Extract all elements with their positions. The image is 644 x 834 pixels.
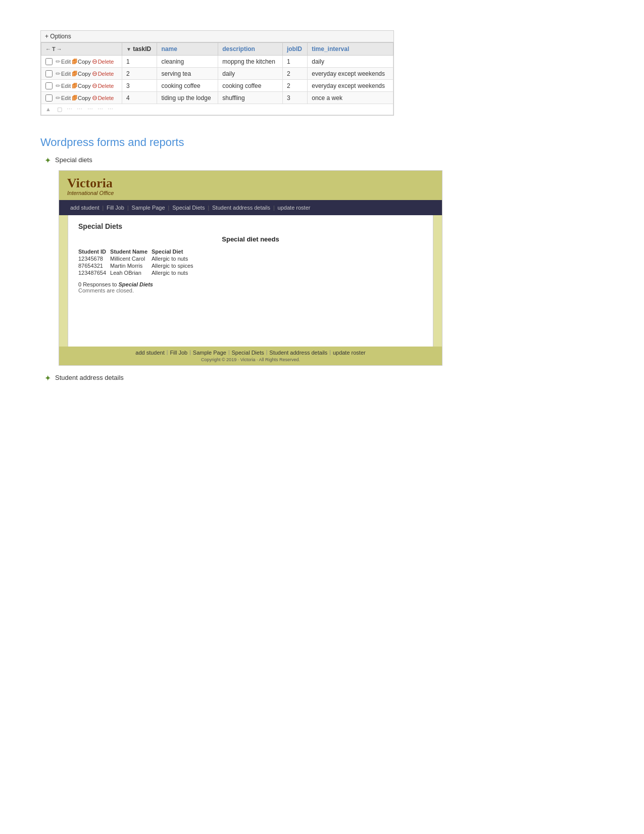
cell-name: tiding up the lodge — [157, 92, 218, 104]
tasks-table: ← T → ▼ taskID name description jobID — [41, 42, 393, 115]
pencil-icon: ✏ — [56, 58, 61, 65]
wp-diets-cell-1: Leah OBrian — [110, 269, 152, 276]
wp-comments-closed: Comments are closed. — [78, 287, 423, 293]
col-description[interactable]: description — [218, 43, 283, 56]
delete-label: Delete — [98, 83, 114, 89]
wp-body: Special Diets Special diet needs Student… — [59, 215, 442, 347]
cell-name: serving tea — [157, 68, 218, 80]
edit-button[interactable]: ✏ Edit — [56, 58, 71, 65]
wp-diets-cell-0: 12345678 — [78, 255, 110, 262]
wp-footer-fill-job[interactable]: Fill Job — [170, 350, 187, 356]
wp-diets-col-diet: Special Diet — [152, 248, 197, 255]
wp-nav-student-address[interactable]: Student address details — [209, 203, 273, 212]
col-taskid[interactable]: ▼ taskID — [122, 43, 157, 56]
edit-button[interactable]: ✏ Edit — [56, 94, 71, 102]
row-checkbox[interactable] — [45, 58, 53, 65]
copy-button[interactable]: 🗐 Copy — [72, 95, 91, 101]
wp-responses-page: Special Diets — [119, 281, 153, 287]
row-actions-cell: ✏ Edit 🗐 Copy ⊖ Delete — [41, 92, 122, 104]
col-name[interactable]: name — [157, 43, 218, 56]
wp-nav-add-student[interactable]: add student — [67, 203, 103, 212]
wp-footer-update-roster[interactable]: update roster — [333, 350, 366, 356]
cell-name: cleaning — [157, 56, 218, 68]
col-jobid[interactable]: jobID — [282, 43, 307, 56]
delete-button[interactable]: ⊖ Delete — [92, 70, 114, 77]
row-actions-cell: ✏ Edit 🗐 Copy ⊖ Delete — [41, 68, 122, 80]
row-checkbox[interactable] — [45, 82, 53, 89]
edit-label: Edit — [61, 83, 71, 89]
wp-diets-col-name: Student Name — [110, 248, 152, 255]
copy-button[interactable]: 🗐 Copy — [72, 83, 91, 89]
options-label[interactable]: + Options — [45, 33, 71, 40]
cell-jobID: 3 — [282, 92, 307, 104]
list-item-special-diets: ✦ Special diets — [44, 155, 604, 165]
wp-copyright: Copyright © 2019 · Victoria · All Rights… — [67, 357, 434, 362]
wp-diets-cell-2: Allergic to nuts — [152, 255, 197, 262]
col-time-interval-label: time_interval — [312, 45, 349, 53]
partial-indicator: ▲ ▢ ⋯ ⋯ ⋯ ⋯ ⋯ — [45, 106, 113, 112]
list-section: ✦ Special diets Victoria International O… — [44, 155, 604, 383]
wp-responses-count: 0 Responses to — [78, 281, 117, 287]
edit-label: Edit — [61, 71, 71, 77]
wp-footer-add-student[interactable]: add student — [135, 350, 165, 356]
cell-taskID: 3 — [122, 80, 157, 92]
edit-label: Edit — [61, 95, 71, 101]
copy-button[interactable]: 🗐 Copy — [72, 59, 91, 65]
wp-nav-special-diets[interactable]: Special Diets — [169, 203, 208, 212]
wp-diets-cell-1: Martin Morris — [110, 262, 152, 269]
wp-nav-fill-job[interactable]: Fill Job — [104, 203, 127, 212]
edit-button[interactable]: ✏ Edit — [56, 70, 71, 77]
options-bar[interactable]: + Options — [41, 31, 393, 42]
cell-description: cooking coffee — [218, 80, 283, 92]
arrow-right[interactable]: → — [57, 46, 62, 52]
cell-time_interval: everyday except weekends — [308, 68, 393, 80]
pencil-icon: ✏ — [56, 82, 61, 89]
cell-time_interval: daily — [308, 56, 393, 68]
wp-footer-nav: add student | Fill Job | Sample Page | S… — [67, 350, 434, 356]
cell-time_interval: everyday except weekends — [308, 80, 393, 92]
wp-diets-table: Student ID Student Name Special Diet 123… — [78, 248, 197, 276]
col-actions: ← T → — [41, 43, 122, 56]
wp-diets-header-row: Student ID Student Name Special Diet — [78, 248, 197, 255]
arrow-left[interactable]: ← — [45, 46, 51, 52]
row-actions: ✏ Edit 🗐 Copy ⊖ Delete — [45, 58, 118, 65]
wp-footer-sample-page[interactable]: Sample Page — [193, 350, 226, 356]
row-checkbox[interactable] — [45, 70, 53, 77]
wp-footer-special-diets[interactable]: Special Diets — [232, 350, 264, 356]
row-checkbox[interactable] — [45, 94, 53, 102]
wp-nav-sample-page[interactable]: Sample Page — [129, 203, 168, 212]
edit-button[interactable]: ✏ Edit — [56, 82, 71, 89]
bullet-student-address: ✦ — [44, 373, 51, 383]
delete-button[interactable]: ⊖ Delete — [92, 94, 114, 102]
wp-diets-cell-2: Allergic to spices — [152, 262, 197, 269]
wp-special-diets-container: Victoria International Office add studen… — [59, 170, 442, 366]
wp-footer-student-address[interactable]: Student address details — [269, 350, 327, 356]
row-actions-cell: ✏ Edit 🗐 Copy ⊖ Delete — [41, 80, 122, 92]
col-name-label: name — [161, 45, 177, 53]
list-label-student-address: Student address details — [55, 373, 124, 381]
delete-button[interactable]: ⊖ Delete — [92, 82, 114, 89]
cell-description: shuffling — [218, 92, 283, 104]
wp-diets-cell-0: 123487654 — [78, 269, 110, 276]
delete-label: Delete — [98, 95, 114, 101]
wp-diets-col-id: Student ID — [78, 248, 110, 255]
wp-content-heading: Special diet needs — [78, 235, 423, 243]
sort-arrow[interactable]: ▼ — [126, 46, 131, 52]
delete-button[interactable]: ⊖ Delete — [92, 58, 114, 65]
bullet-special-diets: ✦ — [44, 156, 51, 165]
copy-button[interactable]: 🗐 Copy — [72, 71, 91, 77]
row-actions-cell: ✏ Edit 🗐 Copy ⊖ Delete — [41, 56, 122, 68]
list-label-special-diets: Special diets — [55, 155, 92, 164]
col-time-interval[interactable]: time_interval — [308, 43, 393, 56]
delete-icon: ⊖ — [92, 82, 97, 89]
wp-diets-row: 12345678Millicent CarolAllergic to nuts — [78, 255, 197, 262]
delete-label: Delete — [98, 71, 114, 77]
wp-header: Victoria International Office — [59, 171, 442, 200]
wp-footer: add student | Fill Job | Sample Page | S… — [59, 347, 442, 365]
nav-arrows[interactable]: ← T → — [45, 46, 62, 52]
table-row: ✏ Edit 🗐 Copy ⊖ Delete 3cooking coffeeco… — [41, 80, 393, 92]
wp-nav-update-roster[interactable]: update roster — [275, 203, 314, 212]
table-row: ✏ Edit 🗐 Copy ⊖ Delete 4tiding up the lo… — [41, 92, 393, 104]
copy-icon: 🗐 — [72, 95, 77, 101]
wp-content: Special Diets Special diet needs Student… — [68, 215, 433, 347]
